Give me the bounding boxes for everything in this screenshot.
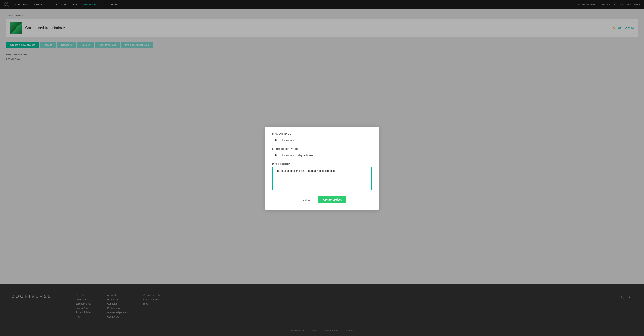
create-project-modal: PROJECT NAME SHORT DESCRIPTION INTRODUCT…: [265, 127, 379, 210]
project-name-label: PROJECT NAME: [272, 133, 372, 135]
introduction-label: INTRODUCTION: [272, 163, 372, 165]
modal-overlay: PROJECT NAME SHORT DESCRIPTION INTRODUCT…: [0, 0, 644, 336]
short-description-label: SHORT DESCRIPTION: [272, 148, 372, 150]
introduction-textarea[interactable]: [272, 167, 372, 190]
create-project-button[interactable]: Create project: [318, 196, 346, 203]
short-description-input[interactable]: [272, 152, 372, 159]
project-name-input[interactable]: [272, 137, 372, 144]
modal-buttons: Cancel Create project: [272, 196, 372, 203]
cancel-button[interactable]: Cancel: [298, 196, 316, 203]
